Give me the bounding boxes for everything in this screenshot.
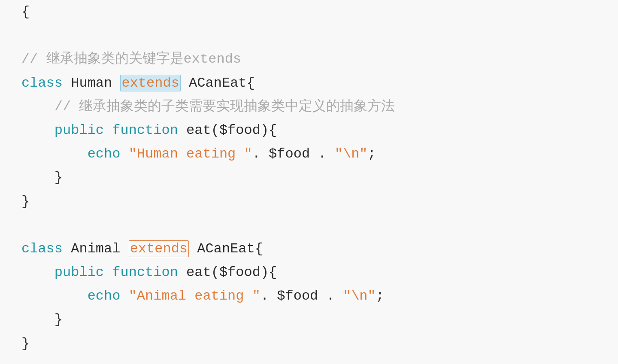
semicolon: ; — [368, 146, 376, 162]
param-food-2: $food — [219, 264, 261, 280]
line-content: public function eat($food){ — [21, 119, 618, 141]
string-animal-eating: "Animal eating " — [129, 288, 261, 304]
var-food: $food — [269, 146, 310, 162]
code-editor: { // 继承抽象类的关键字是extends class Human exten… — [0, 0, 618, 364]
line-content: } — [21, 309, 618, 331]
string-human-eating: "Human eating " — [129, 146, 252, 162]
code-line-2 — [0, 24, 618, 47]
keyword-extends-highlighted: extends — [120, 75, 180, 91]
keyword-echo: echo — [88, 146, 121, 162]
line-content: echo "Animal eating ". $food . "\n"; — [21, 285, 618, 307]
code-line-4: class Human extends ACanEat{ — [0, 71, 618, 95]
code-line-13: echo "Animal eating ". $food . "\n"; — [0, 284, 618, 308]
string-newline-2: "\n" — [343, 288, 376, 304]
line-content: } — [21, 191, 618, 212]
classname-acaneat: ACanEat — [189, 75, 246, 91]
keyword-function-2: function — [112, 264, 178, 280]
code-line-15: } — [0, 332, 618, 355]
line-content-comment: // 继承抽象类的关键字是extends — [21, 48, 618, 70]
paren: ( — [211, 122, 219, 138]
line-content: class Human extends ACanEat{ — [21, 72, 618, 94]
code-line-3: // 继承抽象类的关键字是extends — [0, 47, 618, 71]
funcname-eat: eat — [186, 122, 211, 138]
keyword-public-2: public — [55, 264, 104, 280]
classname-acaneat-2: ACanEat — [197, 241, 254, 257]
code-line-6: public function eat($food){ — [0, 118, 618, 142]
keyword-public: public — [55, 122, 104, 138]
code-line-5: // 继承抽象类的子类需要实现抽象类中定义的抽象方法 — [0, 95, 618, 118]
keyword-echo-2: echo — [88, 288, 121, 304]
code-line-1: { — [0, 0, 618, 24]
line-content: } — [21, 333, 618, 355]
dot2: . — [318, 146, 326, 162]
classname-human: Human — [71, 75, 112, 91]
classname-animal: Animal — [71, 241, 120, 257]
keyword-class-2: class — [21, 241, 63, 257]
line-content: echo "Human eating ". $food . "\n"; — [21, 143, 618, 165]
string-newline: "\n" — [335, 146, 368, 162]
code-line-14: } — [0, 308, 618, 331]
brace: { — [269, 122, 277, 138]
line-content-comment2: // 继承抽象类的子类需要实现抽象类中定义的抽象方法 — [21, 96, 618, 118]
dot1: . — [252, 146, 261, 162]
code-line-9: } — [0, 190, 618, 213]
semicolon-2: ; — [376, 288, 384, 304]
dot3: . — [261, 288, 269, 304]
dot4: . — [327, 288, 335, 304]
line-content: public function eat($food){ — [21, 261, 618, 283]
param-food: $food — [219, 122, 261, 138]
line-content — [21, 356, 618, 364]
brace-open: { — [246, 75, 254, 91]
line-content: } — [21, 167, 618, 188]
paren-close-2: ) — [261, 264, 269, 280]
funcname-eat-2: eat — [186, 264, 211, 280]
code-line-12: public function eat($food){ — [0, 261, 618, 284]
paren-close: ) — [261, 122, 269, 138]
code-line-10 — [0, 213, 618, 237]
keyword-function: function — [112, 122, 178, 138]
paren-2: ( — [211, 264, 219, 280]
code-line-16 — [0, 355, 618, 364]
code-line-11: class Animal extends ACanEat{ — [0, 237, 618, 261]
line-content: class Animal extends ACanEat{ — [21, 238, 618, 260]
keyword-extends-outlined: extends — [129, 240, 189, 257]
line-content — [21, 214, 618, 236]
keyword-class: class — [21, 75, 63, 91]
line-content: { — [21, 1, 618, 23]
code-line-8: } — [0, 166, 618, 189]
brace-2: { — [269, 264, 277, 280]
line-content — [21, 24, 618, 46]
var-food-2: $food — [277, 288, 318, 304]
code-line-7: echo "Human eating ". $food . "\n"; — [0, 142, 618, 166]
brace-open-2: { — [255, 241, 263, 257]
